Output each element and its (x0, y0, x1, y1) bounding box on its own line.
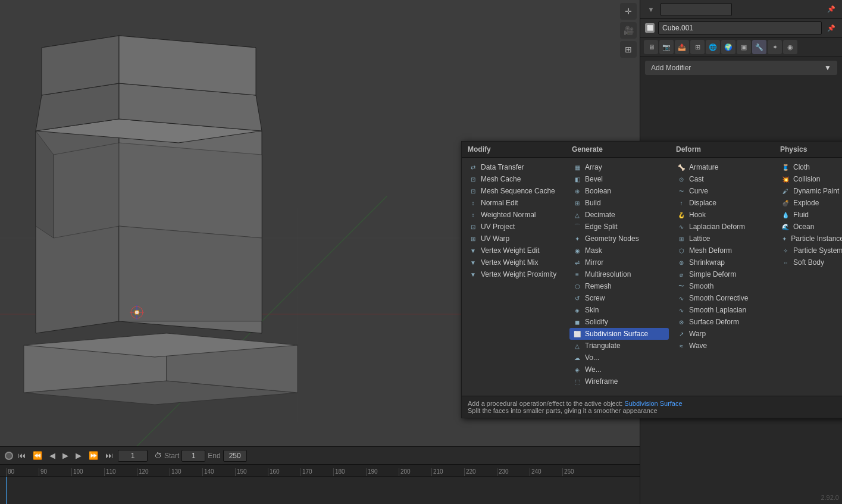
modifier-weighted-normal[interactable]: ↕Weighted Normal (465, 209, 565, 221)
modifier-wave[interactable]: ≈Wave (674, 340, 773, 352)
smooth-lap-icon: ∿ (677, 306, 686, 314)
displace-icon: ↑ (677, 199, 686, 207)
modifier-vertex-weight-proximity[interactable]: ▼Vertex Weight Proximity (465, 268, 565, 280)
modifier-volume-to-mesh[interactable]: ☁Vo... (569, 352, 669, 364)
prev-keyframe-button[interactable]: ⏪ (30, 450, 45, 461)
panel-search-input[interactable] (661, 3, 732, 16)
modifier-smooth-corrective[interactable]: ∿Smooth Corrective (674, 292, 773, 304)
modifier-triangulate[interactable]: △Triangulate (569, 340, 669, 352)
step-forward-button[interactable]: ▶ (73, 450, 84, 461)
panel-dropdown-icon[interactable]: ▼ (645, 4, 657, 15)
play-button[interactable]: ▶ (60, 450, 71, 461)
jump-start-button[interactable]: ⏮ (15, 450, 28, 461)
multires-icon: ≡ (573, 270, 581, 278)
add-modifier-button[interactable]: Add Modifier ▼ (645, 61, 837, 75)
modifier-bevel[interactable]: ◧Bevel (569, 173, 669, 185)
tab-modifiers[interactable]: 🔧 (752, 40, 766, 54)
tab-physics[interactable]: ◉ (783, 40, 797, 54)
modifier-remesh[interactable]: ⬡Remesh (569, 280, 669, 292)
modifier-uv-project[interactable]: ⊡UV Project (465, 221, 565, 233)
modifier-decimate[interactable]: △Decimate (569, 209, 669, 221)
modifier-mask[interactable]: ◉Mask (569, 245, 669, 256)
modifier-mirror[interactable]: ⇌Mirror (569, 256, 669, 268)
current-frame-input[interactable]: 1 (118, 450, 148, 462)
vw-prox-icon: ▼ (469, 270, 477, 278)
next-keyframe-button[interactable]: ⏩ (86, 450, 101, 461)
modifier-weld[interactable]: ◈We... (569, 364, 669, 375)
modifier-shrinkwrap[interactable]: ⊛Shrinkwrap (674, 256, 773, 268)
modifier-vertex-weight-mix[interactable]: ▼Vertex Weight Mix (465, 256, 565, 268)
modifier-uv-warp[interactable]: ⊞UV Warp (465, 233, 565, 245)
collision-icon: 💥 (781, 175, 790, 183)
tab-scene2[interactable]: 🌐 (706, 40, 720, 54)
modifier-curve[interactable]: ~Curve (674, 185, 773, 197)
jump-end-button[interactable]: ⏭ (103, 450, 115, 461)
bevel-icon: ◧ (573, 175, 581, 183)
modifier-boolean[interactable]: ⊕Boolean (569, 185, 669, 197)
modifier-dynamic-paint[interactable]: 🖌Dynamic Paint (778, 185, 842, 197)
panel-pin-icon[interactable]: 📌 (825, 4, 837, 15)
modifier-mesh-sequence-cache[interactable]: ⊡Mesh Sequence Cache (465, 185, 565, 197)
tab-world[interactable]: 🌍 (721, 40, 735, 54)
object-pin-icon[interactable]: 📌 (825, 22, 837, 34)
modifier-particle-system[interactable]: ✧Particle System (778, 245, 842, 256)
camera-icon[interactable]: 🎥 (620, 22, 637, 39)
modifier-skin[interactable]: ◈Skin (569, 304, 669, 316)
modifier-smooth[interactable]: 〜Smooth (674, 280, 773, 292)
modifier-mesh-cache[interactable]: ⊡Mesh Cache (465, 173, 565, 185)
ruler-mark: 110 (104, 468, 137, 476)
modifier-geometry-nodes[interactable]: ✦Geometry Nodes (569, 233, 669, 245)
modifier-simple-deform[interactable]: ⌀Simple Deform (674, 268, 773, 280)
modifier-ocean[interactable]: 🌊Ocean (778, 221, 842, 233)
modifier-build[interactable]: ⊞Build (569, 197, 669, 209)
tab-render[interactable]: 📷 (659, 40, 674, 54)
modifier-multiresolution[interactable]: ≡Multiresolution (569, 268, 669, 280)
modifier-collision[interactable]: 💥Collision (778, 173, 842, 185)
volume-icon: ☁ (573, 353, 581, 362)
modifier-laplacian-deform[interactable]: ∿Laplacian Deform (674, 221, 773, 233)
cursor-icon[interactable]: ✛ (620, 3, 637, 20)
modifier-solidify[interactable]: ◼Solidify (569, 316, 669, 328)
modifier-armature[interactable]: 🦴Armature (674, 161, 773, 173)
modifier-dropdown[interactable]: Modify Generate Deform Physics ⇄Data Tra… (461, 141, 842, 418)
modifier-lattice[interactable]: ⊞Lattice (674, 233, 773, 245)
cast-icon: ⊙ (677, 175, 686, 183)
modifier-wireframe[interactable]: ⬚Wireframe (569, 375, 669, 387)
modifier-vertex-weight-edit[interactable]: ▼Vertex Weight Edit (465, 245, 565, 256)
modifier-edge-split[interactable]: ⌒Edge Split (569, 221, 669, 233)
modifier-mesh-deform[interactable]: ⬡Mesh Deform (674, 245, 773, 256)
record-button[interactable] (5, 452, 13, 460)
modify-header: Modify (468, 145, 572, 154)
modifier-screw[interactable]: ↺Screw (569, 292, 669, 304)
modifier-warp[interactable]: ↗Warp (674, 328, 773, 340)
modifier-explode[interactable]: 💣Explode (778, 197, 842, 209)
end-frame-input[interactable]: 250 (223, 450, 247, 462)
modifier-normal-edit[interactable]: ↕Normal Edit (465, 197, 565, 209)
modifier-array[interactable]: ▦Array (569, 161, 669, 173)
modifier-subdivision-surface[interactable]: ⬜Subdivision Surface (569, 328, 669, 340)
modifier-hook[interactable]: 🪝Hook (674, 209, 773, 221)
modifier-displace[interactable]: ↑Displace (674, 197, 773, 209)
modifier-soft-body[interactable]: ○Soft Body (778, 256, 842, 268)
modifier-surface-deform[interactable]: ⊗Surface Deform (674, 316, 773, 328)
modifier-cloth[interactable]: 🧵Cloth (778, 161, 842, 173)
grid-icon[interactable]: ⊞ (620, 41, 637, 58)
start-frame-input[interactable]: 1 (181, 450, 205, 462)
tab-view-layer[interactable]: ⊞ (690, 40, 705, 54)
ruler-mark: 200 (399, 468, 431, 476)
ruler-mark: 150 (235, 468, 268, 476)
mirror-icon: ⇌ (573, 258, 581, 267)
step-back-button[interactable]: ◀ (47, 450, 58, 461)
tab-output[interactable]: 📤 (675, 40, 689, 54)
object-name-input[interactable]: Cube.001 (658, 21, 822, 35)
modifier-smooth-laplacian[interactable]: ∿Smooth Laplacian (674, 304, 773, 316)
modifier-fluid[interactable]: 💧Fluid (778, 209, 842, 221)
version-text: 2.92.0 (821, 494, 839, 501)
tab-scene[interactable]: 🖥 (644, 40, 658, 54)
timeline-content[interactable] (0, 477, 640, 504)
modifier-cast[interactable]: ⊙Cast (674, 173, 773, 185)
modifier-particle-instance[interactable]: ✦Particle Instance (778, 233, 842, 245)
tab-particles[interactable]: ✦ (768, 40, 782, 54)
modifier-data-transfer[interactable]: ⇄Data Transfer (465, 161, 565, 173)
tab-object[interactable]: ▣ (737, 40, 751, 54)
